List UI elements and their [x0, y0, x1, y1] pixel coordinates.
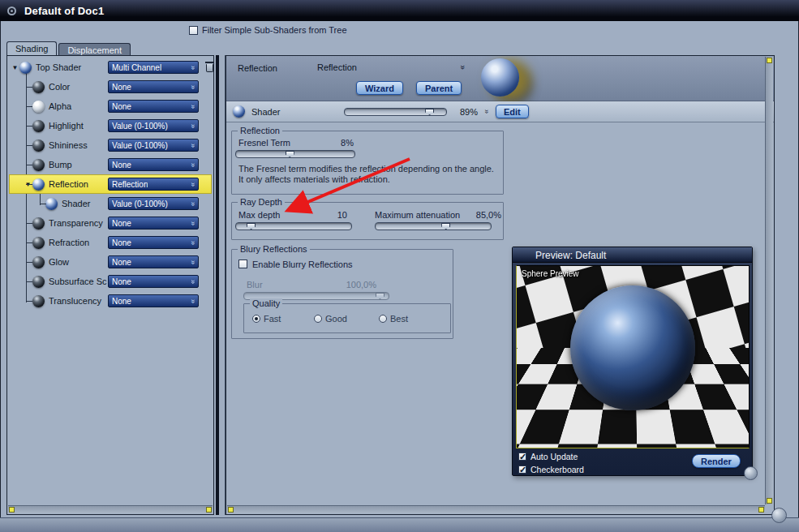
checkerboard-row: Checkerboard: [518, 465, 584, 474]
scroll-marker[interactable]: [228, 507, 234, 513]
tree-item-label: Transparency: [49, 218, 103, 228]
shader-type-dropdown[interactable]: Reflection »: [317, 62, 465, 72]
tree-row-translucency[interactable]: Translucency None »: [9, 291, 212, 311]
enable-blurry-label: Enable Blurry Reflections: [252, 260, 353, 269]
tree-row-shininess[interactable]: Shininess Value (0-100%) »: [9, 135, 212, 155]
scroll-marker[interactable]: [767, 58, 772, 63]
fresnel-term-slider[interactable]: [235, 150, 355, 158]
type-dropdown-refraction[interactable]: None »: [108, 236, 199, 249]
chevron-down-icon: »: [189, 182, 196, 186]
disclosure-triangle-icon[interactable]: ▼: [11, 64, 19, 71]
tree-row-top-shader[interactable]: ▼ Top Shader Multi Channel »: [9, 58, 212, 77]
type-dropdown-alpha[interactable]: None »: [108, 100, 199, 113]
delete-shader-icon[interactable]: [206, 64, 213, 72]
window-icon: [7, 6, 16, 15]
chevron-down-icon[interactable]: »: [483, 109, 490, 114]
edit-button[interactable]: Edit: [496, 105, 529, 118]
tree-row-refraction[interactable]: Refraction None »: [9, 233, 212, 252]
sphere-preview-label: Sphere Preview: [522, 269, 579, 278]
max-depth-slider[interactable]: [235, 222, 352, 230]
slider-thumb[interactable]: [286, 151, 294, 157]
chevron-down-icon: »: [189, 104, 196, 108]
radio-icon: [252, 315, 260, 323]
auto-update-checkbox[interactable]: [518, 453, 526, 461]
type-dropdown-transparency[interactable]: None »: [108, 217, 199, 230]
dropdown-value: None: [112, 277, 131, 286]
chevron-down-icon: »: [458, 65, 466, 70]
shader-type-value: Reflection: [317, 62, 357, 72]
tab-displacement[interactable]: Displacement: [58, 43, 131, 55]
tab-bar: Shading Displacement: [6, 41, 131, 55]
editor-horizontal-scrollbar[interactable]: [227, 505, 765, 513]
filter-subshaders-checkbox[interactable]: [189, 26, 198, 35]
slider-thumb[interactable]: [425, 109, 434, 115]
tree-horizontal-scrollbar[interactable]: [8, 505, 213, 513]
shader-tree-panel: ▼ Top Shader Multi Channel » Color None …: [6, 55, 214, 515]
scroll-marker[interactable]: [9, 507, 15, 513]
tree-row-highlight[interactable]: Highlight Value (0-100%) »: [9, 116, 212, 135]
type-dropdown-translucency[interactable]: None »: [108, 294, 199, 307]
radio-icon: [379, 315, 387, 323]
slider-thumb[interactable]: [247, 223, 256, 230]
quality-option-best[interactable]: Best: [379, 314, 408, 324]
panel-resize-grip[interactable]: [744, 466, 758, 480]
checkerboard-checkbox[interactable]: [518, 466, 526, 474]
tree-row-subsurface-sc[interactable]: Subsurface Sc None »: [9, 272, 212, 291]
tree-row-bump[interactable]: Bump None »: [9, 155, 212, 174]
shader-sphere-icon: [32, 217, 45, 230]
blur-label: Blur: [247, 280, 263, 290]
dropdown-value: None: [112, 258, 131, 267]
scroll-marker[interactable]: [206, 507, 212, 513]
max-attenuation-slider[interactable]: [375, 222, 492, 230]
editor-vertical-scrollbar[interactable]: [765, 57, 773, 504]
chevron-down-icon: »: [189, 240, 196, 244]
tree-item-label: Alpha: [49, 101, 71, 111]
chevron-down-icon: »: [189, 201, 196, 205]
type-dropdown-reflection[interactable]: Reflection »: [108, 178, 199, 191]
disclosure-triangle-icon[interactable]: ▼: [24, 181, 32, 188]
type-dropdown-color[interactable]: None »: [108, 80, 199, 93]
tree-row-alpha[interactable]: Alpha None »: [9, 97, 212, 116]
max-depth-value: 10: [323, 210, 347, 220]
type-dropdown-subsurface-sc[interactable]: None »: [108, 275, 199, 288]
preview-render-image[interactable]: Sphere Preview: [516, 265, 750, 448]
tree-row-transparency[interactable]: Transparency None »: [9, 213, 212, 233]
tree-item-label: Translucency: [49, 296, 101, 306]
shader-value-slider[interactable]: [344, 108, 447, 116]
preview-title[interactable]: Preview: Default: [513, 247, 752, 263]
type-dropdown-highlight[interactable]: Value (0-100%) »: [108, 119, 199, 132]
type-dropdown-top-shader[interactable]: Multi Channel »: [108, 61, 199, 74]
type-dropdown-glow[interactable]: None »: [108, 255, 199, 268]
radio-icon: [314, 315, 322, 323]
titlebar[interactable]: Default of Doc1: [0, 0, 799, 21]
tab-shading[interactable]: Shading: [6, 41, 57, 55]
dropdown-value: Reflection: [112, 180, 148, 189]
tree-row-glow[interactable]: Glow None »: [9, 252, 212, 272]
rendered-sphere: [570, 285, 695, 410]
panel-divider[interactable]: [216, 55, 226, 515]
slider-thumb[interactable]: [441, 223, 450, 230]
parent-button[interactable]: Parent: [416, 81, 462, 95]
dropdown-value: None: [112, 297, 131, 306]
enable-blurry-checkbox[interactable]: [238, 260, 247, 268]
window-resize-grip[interactable]: [771, 508, 787, 523]
scroll-marker[interactable]: [767, 498, 772, 504]
dropdown-value: None: [112, 102, 131, 111]
channel-title: Reflection: [238, 63, 277, 73]
scroll-marker[interactable]: [758, 507, 764, 513]
tree-row-color[interactable]: Color None »: [9, 77, 212, 97]
window-bottom-bar: [0, 517, 799, 532]
dropdown-value: None: [112, 83, 131, 92]
quality-option-fast[interactable]: Fast: [252, 314, 281, 324]
render-button[interactable]: Render: [692, 454, 741, 468]
type-dropdown-shader[interactable]: Value (0-100%) »: [108, 197, 199, 210]
tree-row-reflection[interactable]: ▼ Reflection Reflection »: [9, 174, 212, 194]
tree-row-shader[interactable]: Shader Value (0-100%) »: [9, 194, 212, 213]
dropdown-value: None: [112, 238, 131, 247]
type-dropdown-shininess[interactable]: Value (0-100%) »: [108, 139, 199, 152]
type-dropdown-bump[interactable]: None »: [108, 158, 199, 171]
tree-item-label: Subsurface Sc: [49, 277, 107, 286]
fresnel-description: The Fresnel term modifies the reflection…: [238, 164, 500, 185]
wizard-button[interactable]: Wizard: [356, 81, 403, 95]
quality-option-good[interactable]: Good: [314, 314, 347, 324]
